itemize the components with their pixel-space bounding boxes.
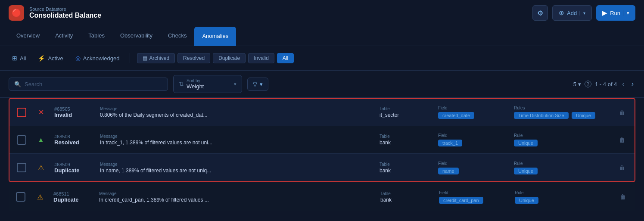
tab-observability[interactable]: Observability xyxy=(112,26,160,46)
chip-resolved[interactable]: Resolved xyxy=(177,53,210,63)
delete-button-4[interactable]: 🗑 xyxy=(620,193,626,200)
pagination-info: 1 - 4 of 4 xyxy=(595,81,617,87)
col-rules-2: Rule Unique xyxy=(514,133,609,146)
rule-tag-1b: Unique xyxy=(572,112,595,119)
tab-overview[interactable]: Overview xyxy=(9,26,47,46)
run-play-icon: ▶ xyxy=(602,9,607,17)
table-label-3: Table xyxy=(380,162,431,167)
tab-activity[interactable]: Activity xyxy=(47,26,81,46)
col-field-3: Field name xyxy=(438,161,507,174)
filter-icon: ▽ xyxy=(253,81,257,87)
table-value-3: bank xyxy=(380,168,431,174)
message-label-3: Message xyxy=(100,162,373,167)
rule-tag-3a: Unique xyxy=(514,168,538,174)
field-value-3: name xyxy=(438,167,507,174)
app-icon: 🔴 xyxy=(9,5,24,21)
row-checkbox-4[interactable] xyxy=(15,192,27,202)
status-filter-group: ⊞ All ⚡ Active ◎ Acknowledged xyxy=(9,52,123,64)
pagination-next-button[interactable]: › xyxy=(630,79,635,89)
anomaly-status-2: Resolved xyxy=(54,139,93,146)
anomaly-id-1: #68505 xyxy=(54,106,93,112)
col-rules-4: Rule Unique xyxy=(515,190,610,204)
filter-button[interactable]: ▽ ▾ xyxy=(247,78,268,91)
type-filter-chips: ▤Archived Resolved Duplicate Invalid All xyxy=(137,53,294,63)
message-value-1: 0.806% of the Daily segments of created_… xyxy=(100,112,373,118)
filter-acknowledged[interactable]: ◎ Acknowledged xyxy=(72,52,123,64)
tab-checks[interactable]: Checks xyxy=(160,26,194,46)
row-checkbox-1[interactable] xyxy=(16,108,28,117)
settings-button[interactable]: ⚙ xyxy=(532,5,548,21)
duplicate-icon-4: ⚠ xyxy=(34,193,47,201)
table-label-4: Table xyxy=(380,191,432,196)
col-message-3: Message In name, 1.389% of filtered valu… xyxy=(100,162,373,174)
pagination-prev-button[interactable]: ‹ xyxy=(620,79,626,89)
message-label-1: Message xyxy=(100,106,373,111)
archive-icon: ▤ xyxy=(143,55,147,61)
nav-tabs: Overview Activity Tables Observability C… xyxy=(0,26,644,46)
checkbox-3[interactable] xyxy=(17,163,26,172)
chip-all[interactable]: All xyxy=(277,53,294,63)
col-message-2: Message In track_1, 1.389% of filtered v… xyxy=(100,134,373,146)
field-value-4: crerdit_card_pan xyxy=(439,196,508,204)
field-value-2: track_1 xyxy=(438,139,507,146)
col-message-4: Message In crerdit_card_pan, 1.389% of f… xyxy=(99,191,373,203)
selected-rows-outline: ✕ #68505 Invalid Message 0.806% of the D… xyxy=(9,98,635,182)
table-label-2: Table xyxy=(380,134,431,139)
col-field-2: Field track_1 xyxy=(438,133,507,146)
rules-label-4: Rule xyxy=(515,190,610,195)
row-checkbox-2[interactable] xyxy=(16,135,28,145)
table-row: ⚠ #68511 Duplicate Message In crerdit_ca… xyxy=(9,183,635,211)
table-value-2: bank xyxy=(380,140,431,146)
delete-button-1[interactable]: 🗑 xyxy=(619,109,625,116)
rules-label-1: Rules xyxy=(514,106,609,110)
anomalies-table: ✕ #68505 Invalid Message 0.806% of the D… xyxy=(0,98,644,211)
page-size-chevron-icon: ▾ xyxy=(578,81,581,87)
filter-divider xyxy=(130,53,130,63)
message-value-3: In name, 1.389% of filtered values are n… xyxy=(100,168,373,174)
col-field-1: Field created_date xyxy=(438,106,507,119)
chip-duplicate[interactable]: Duplicate xyxy=(213,53,246,63)
message-value-4: In crerdit_card_pan, 1.389% of filtered … xyxy=(99,197,373,203)
tab-tables[interactable]: Tables xyxy=(81,26,112,46)
run-button[interactable]: ▶ Run ▾ xyxy=(596,5,635,21)
col-rules-3: Rule Unique xyxy=(514,161,609,174)
search-input[interactable] xyxy=(25,81,162,87)
chip-invalid[interactable]: Invalid xyxy=(248,53,274,63)
filter-active[interactable]: ⚡ Active xyxy=(34,52,66,64)
add-button[interactable]: ⊕ Add ▾ xyxy=(552,5,592,21)
source-datastore-label: Source Datastore xyxy=(29,6,101,12)
col-actions-1: 🗑 xyxy=(616,109,628,116)
search-input-wrap: 🔍 xyxy=(9,78,168,91)
field-label-3: Field xyxy=(438,161,507,166)
sort-by-label: Sort by xyxy=(187,78,231,83)
col-table-4: Table bank xyxy=(380,191,432,203)
table-value-1: it_sector xyxy=(380,112,431,118)
checkbox-invalid-icon[interactable] xyxy=(17,108,26,117)
header-left: 🔴 Source Datastore Consolidated Balance xyxy=(9,5,101,21)
pagination-size-selector[interactable]: 5 ▾ xyxy=(573,81,581,87)
delete-button-3[interactable]: 🗑 xyxy=(619,164,625,171)
rule-tag-2a: Unique xyxy=(514,140,538,146)
checkbox-4[interactable] xyxy=(16,192,25,202)
filter-all[interactable]: ⊞ All xyxy=(9,52,29,64)
rules-label-3: Rule xyxy=(514,161,609,166)
anomaly-id-status-2: #68508 Resolved xyxy=(54,134,93,146)
rule-tag-4a: Unique xyxy=(515,197,538,204)
row-checkbox-3[interactable] xyxy=(16,163,28,172)
table-row: ▲ #68508 Resolved Message In track_1, 1.… xyxy=(9,126,635,154)
rules-value-4: Unique xyxy=(515,196,610,204)
help-icon: ? xyxy=(585,81,591,87)
rules-value-3: Unique xyxy=(514,167,609,174)
sort-value: Weight xyxy=(187,83,204,90)
field-label-1: Field xyxy=(438,106,507,110)
message-value-2: In track_1, 1.389% of filtered values ar… xyxy=(100,140,373,146)
delete-button-2[interactable]: 🗑 xyxy=(619,137,625,143)
sort-dropdown[interactable]: ⇅ Sort by Weight ▾ xyxy=(173,75,242,93)
filter-acknowledged-label: Acknowledged xyxy=(83,55,120,62)
rules-value-2: Unique xyxy=(514,139,609,146)
chip-archived[interactable]: ▤Archived xyxy=(137,53,175,63)
checkbox-2[interactable] xyxy=(17,135,26,145)
message-label-2: Message xyxy=(100,134,373,139)
message-label-4: Message xyxy=(99,191,373,196)
tab-anomalies[interactable]: Anomalies xyxy=(194,27,236,46)
